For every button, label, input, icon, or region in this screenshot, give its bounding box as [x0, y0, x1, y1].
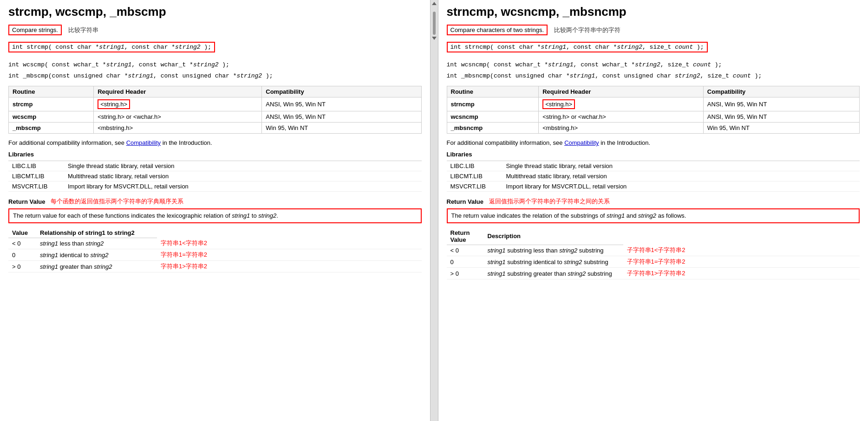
left-header-1: <string.h> or <wchar.h> [94, 111, 262, 123]
right-compat-0: ANSI, Win 95, Win NT [703, 97, 859, 111]
left-sig-highlighted: int strcmp( const char *string1, const c… [8, 42, 215, 52]
right-value-row-0: < 0 string1 substring less than string2 … [447, 245, 860, 256]
right-panel: strncmp, wcsncmp, _mbsncmp Compare chara… [438, 0, 868, 421]
right-lib-row-2: MSVCRT.LIB Import library for MSVCRT.DLL… [447, 181, 860, 192]
right-sig-1: int strncmp( const char *string1, const … [447, 42, 860, 57]
right-routine-0: strncmp [447, 97, 539, 111]
right-lib-row-1: LIBCMT.LIB Multithread static library, r… [447, 171, 860, 181]
left-compat-0: ANSI, Win 95, Win NT [262, 97, 421, 111]
right-description-box: Compare characters of two strings. [447, 25, 548, 35]
left-lib-table: LIBC.LIB Single thread static library, r… [8, 161, 422, 192]
divider-handle[interactable] [433, 12, 436, 35]
left-value-table: Value Relationship of string1 to string2… [8, 228, 422, 273]
left-sig-1: int strcmp( const char *string1, const c… [8, 42, 422, 57]
right-header-1: <string.h> or <wchar.h> [539, 111, 704, 123]
left-header-0: <string.h> [94, 97, 262, 111]
left-panel: strcmp, wcscmp, _mbscmp Compare strings.… [0, 0, 430, 421]
panel-divider [430, 0, 438, 421]
right-value-row-2: > 0 string1 substring greater than strin… [447, 268, 860, 279]
left-routine-2: _mbscmp [9, 123, 94, 134]
right-sig-3: int _mbsncmp(const unsigned char *string… [447, 72, 860, 79]
left-sig-2: int wcscmp( const wchar_t *string1, cons… [8, 61, 422, 68]
right-compat-link[interactable]: Compatibility [564, 139, 599, 146]
right-value-table: Return Value Description < 0 string1 sub… [447, 228, 860, 280]
scroll-up-arrow[interactable] [432, 2, 437, 5]
left-libraries-title: Libraries [8, 151, 422, 158]
left-compat-note: For additional compatibility information… [8, 139, 422, 146]
left-return-section: Return Value 每个函数的返回值指示两个字符串的字典顺序关系 The … [8, 197, 422, 223]
left-compat-row-1: wcscmp <string.h> or <wchar.h> ANSI, Win… [9, 111, 422, 123]
left-lib-row-1: LIBCMT.LIB Multithread static library, r… [8, 171, 422, 181]
left-header-2: <mbstring.h> [94, 123, 262, 134]
left-description-line: Compare strings. 比较字符串 [8, 25, 422, 35]
left-routine-0: strcmp [9, 97, 94, 111]
left-compat-header: Routine Required Header Compatibility [9, 86, 422, 97]
right-description-en: Compare characters of two strings. [450, 26, 544, 33]
right-description-line: Compare characters of two strings. 比较两个字… [447, 25, 860, 35]
left-compat-1: ANSI, Win 95, Win NT [262, 111, 421, 123]
left-sig-3: int _mbscmp(const unsigned char *string1… [8, 72, 422, 79]
right-compat-row-1: wcsncmp <string.h> or <wchar.h> ANSI, Wi… [447, 111, 860, 123]
right-col-compat: Compatibility [703, 86, 859, 97]
left-compat-2: Win 95, Win NT [262, 123, 421, 134]
left-routine-1: wcscmp [9, 111, 94, 123]
left-col-routine: Routine [9, 86, 94, 97]
left-lib-row-0: LIBC.LIB Single thread static library, r… [8, 161, 422, 171]
right-lib-row-0: LIBC.LIB Single thread static library, r… [447, 161, 860, 171]
left-description-en: Compare strings. [12, 26, 58, 33]
left-return-label: Return Value [8, 198, 45, 205]
left-description-box: Compare strings. [8, 25, 62, 35]
right-col-routine: Routine [447, 86, 539, 97]
left-return-desc-box: The return value for each of these funct… [8, 208, 422, 223]
right-compat-row-0: strncmp <string.h> ANSI, Win 95, Win NT [447, 97, 860, 111]
right-lib-table: LIBC.LIB Single thread static library, r… [447, 161, 860, 192]
right-return-label: Return Value [447, 198, 483, 205]
right-compat-1: ANSI, Win 95, Win NT [703, 111, 859, 123]
right-compat-note: For additional compatibility information… [447, 139, 860, 146]
left-compat-link[interactable]: Compatibility [126, 139, 161, 146]
right-description-zh: 比较两个字符串中的字符 [554, 26, 620, 34]
left-value-row-2: > 0 string1 greater than string2 字符串1>字符… [8, 261, 422, 272]
right-sig-2: int wcsncmp( const wchar_t *string1, con… [447, 61, 860, 68]
left-col-header: Required Header [94, 86, 262, 97]
left-compat-row-2: _mbscmp <mbstring.h> Win 95, Win NT [9, 123, 422, 134]
right-value-header: Return Value Description [447, 228, 860, 245]
right-return-chinese: 返回值指示两个字符串的子字符串之间的关系 [489, 197, 610, 206]
right-title: strncmp, wcsncmp, _mbsncmp [447, 5, 860, 19]
right-compat-2: Win 95, Win NT [703, 123, 859, 134]
left-return-chinese: 每个函数的返回值指示两个字符串的字典顺序关系 [51, 197, 183, 206]
right-header-0: <string.h> [539, 97, 704, 111]
right-compat-header: Routine Required Header Compatibility [447, 86, 860, 97]
right-header-2: <mbstring.h> [539, 123, 704, 134]
scroll-down-arrow[interactable] [432, 37, 437, 40]
left-compat-table: Routine Required Header Compatibility st… [8, 86, 422, 134]
left-value-row-0: < 0 string1 less than string2 字符串1<字符串2 [8, 238, 422, 249]
right-routine-1: wcsncmp [447, 111, 539, 123]
right-return-desc-box: The return value indicates the relation … [447, 208, 860, 223]
left-compat-row-0: strcmp <string.h> ANSI, Win 95, Win NT [9, 97, 422, 111]
left-value-row-1: 0 string1 identical to string2 字符串1=字符串2 [8, 249, 422, 261]
left-return-header: Return Value 每个函数的返回值指示两个字符串的字典顺序关系 [8, 197, 422, 206]
right-col-header: Required Header [539, 86, 704, 97]
left-value-header: Value Relationship of string1 to string2 [8, 228, 422, 238]
right-compat-table: Routine Required Header Compatibility st… [447, 86, 860, 134]
left-title: strcmp, wcscmp, _mbscmp [8, 5, 422, 19]
right-sig-highlighted: int strncmp( const char *string1, const … [447, 42, 708, 52]
right-value-row-1: 0 string1 substring identical to string2… [447, 256, 860, 268]
right-routine-2: _mbsncmp [447, 123, 539, 134]
left-description-zh: 比较字符串 [68, 26, 98, 34]
left-col-compat: Compatibility [262, 86, 421, 97]
right-return-header: Return Value 返回值指示两个字符串的子字符串之间的关系 [447, 197, 860, 206]
right-compat-row-2: _mbsncmp <mbstring.h> Win 95, Win NT [447, 123, 860, 134]
right-return-section: Return Value 返回值指示两个字符串的子字符串之间的关系 The re… [447, 197, 860, 223]
left-lib-row-2: MSVCRT.LIB Import library for MSVCRT.DLL… [8, 181, 422, 192]
right-libraries-title: Libraries [447, 151, 860, 158]
